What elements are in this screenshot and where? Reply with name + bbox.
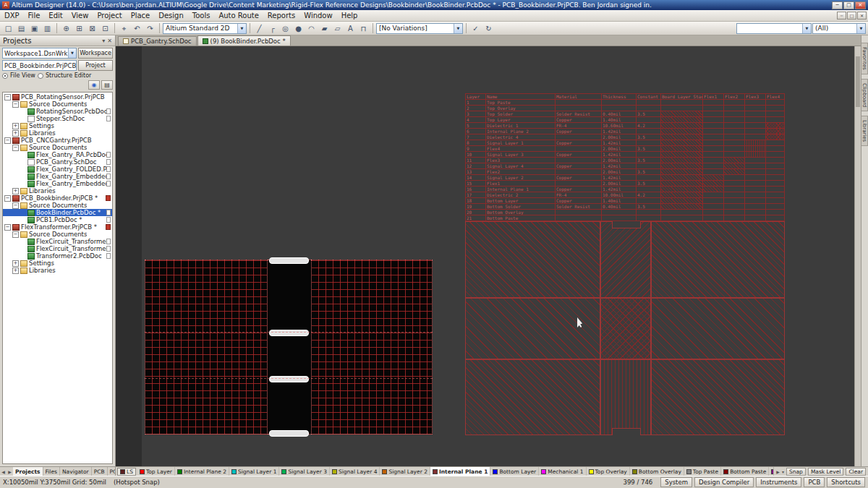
collapse-icon[interactable]: − (12, 101, 19, 108)
place-polygon-icon[interactable]: ▱ (331, 22, 344, 34)
expand-icon[interactable]: + (12, 260, 19, 267)
tree-item[interactable]: Stepper.SchDoc (3, 115, 112, 122)
menu-project[interactable]: Project (93, 10, 126, 21)
layer-tab-internal-plane-2[interactable]: Internal Plane 2 (175, 467, 229, 476)
view-configuration-select[interactable]: Altium Standard 2D▼ (163, 23, 247, 34)
shortcuts-button[interactable]: Shortcuts (827, 477, 865, 487)
layer-tab-bottom-layer[interactable]: Bottom Layer (490, 467, 539, 476)
variations-select[interactable]: [No Variations]▼ (376, 23, 463, 34)
tree-item[interactable]: Flex_Gantry_EmbeddedBoardA (3, 173, 112, 180)
layer-menu-icon[interactable]: ▾ (782, 469, 784, 474)
panel-tab-pcb[interactable]: PCB (92, 467, 108, 476)
instruments-button[interactable]: Instruments (756, 477, 801, 487)
menu-design[interactable]: Design (154, 10, 188, 21)
tree-item[interactable]: −PCB_Bookbinder.PrjPCB * (3, 194, 112, 202)
navigator-icon[interactable]: ◉ (88, 80, 100, 90)
menu-auto-route[interactable]: Auto Route (214, 10, 263, 21)
tree-item[interactable]: Flex_Gantry_FOLDED.PcbDoc (3, 166, 112, 173)
mask-level-button[interactable]: Mask Level (808, 468, 844, 476)
maximize-button[interactable]: □ (843, 1, 854, 9)
expand-icon[interactable]: + (12, 267, 19, 274)
print-icon[interactable]: ▥ (41, 22, 54, 34)
scrollbar-thumb[interactable] (856, 56, 860, 107)
panel-tab-files[interactable]: Files (43, 467, 60, 476)
layer-tab-signal-layer-4[interactable]: Signal Layer 4 (330, 467, 380, 476)
layer-tab-bottom-overlay[interactable]: Bottom Overlay (630, 467, 684, 476)
menu-edit[interactable]: Edit (44, 10, 67, 21)
chevron-down-icon[interactable]: ▼ (454, 24, 462, 33)
pcb-button[interactable]: PCB (804, 477, 825, 487)
collapse-icon[interactable]: − (4, 94, 11, 100)
menu-view[interactable]: View (67, 10, 93, 21)
tree-item[interactable]: +Libraries (3, 267, 112, 274)
document-tab[interactable]: PCB_Gantry.SchDoc (118, 36, 197, 46)
chevron-down-icon[interactable]: ▼ (856, 24, 865, 33)
collapse-icon[interactable]: − (4, 137, 11, 144)
tree-item[interactable]: −Source Documents (3, 202, 112, 209)
tree-item[interactable]: −Source Documents (3, 100, 112, 108)
validate-icon[interactable]: ✓ (469, 22, 482, 34)
place-fill-icon[interactable]: ▰ (318, 22, 331, 34)
tree-item[interactable]: −Source Documents (3, 144, 112, 151)
clear-button[interactable]: Clear (846, 468, 866, 476)
layer-tab-internal-plane-1[interactable]: Internal Plane 1 (430, 467, 490, 476)
tree-item[interactable]: +Settings (3, 122, 112, 129)
redo-icon[interactable]: ↷ (144, 22, 156, 34)
mdi-minimize-button[interactable]: ─ (837, 12, 846, 20)
layer-tab-signal-layer-1[interactable]: Signal Layer 1 (229, 467, 280, 476)
workspace-button[interactable]: Workspace (78, 48, 113, 59)
panel-tab-navigator[interactable]: Navigator (60, 467, 92, 476)
layer-tab-bottom-paste[interactable]: Bottom Paste (721, 467, 769, 476)
side-tab-libraries[interactable]: Libraries (861, 116, 868, 146)
tree-item[interactable]: +Libraries (3, 129, 112, 137)
close-button[interactable]: ✕ (855, 1, 866, 9)
collapse-icon[interactable]: − (4, 195, 11, 202)
expand-icon[interactable]: + (12, 130, 19, 137)
layer-tab-mechanical-1[interactable]: Mechanical 1 (539, 467, 586, 476)
tab-scroll-right-icon[interactable]: ▶ (7, 469, 13, 474)
tree-item[interactable]: FlexCircuit_Transformer (2).Pcb (3, 238, 112, 245)
tree-item[interactable]: PCB1.PcbDoc * (3, 216, 112, 223)
place-string-icon[interactable]: A (344, 22, 357, 34)
layer-set-selector[interactable]: LS (117, 468, 136, 476)
layer-tab-top-paste[interactable]: Top Paste (684, 467, 721, 476)
place-via-icon[interactable]: ◎ (279, 22, 292, 34)
collapse-icon[interactable]: − (12, 145, 19, 151)
mdi-close-button[interactable]: ✕ (857, 12, 867, 20)
tree-item[interactable]: BookBinder.PcbDoc * (3, 209, 112, 216)
zoom-window-icon[interactable]: ⊞ (73, 22, 85, 34)
project-select[interactable]: PCB_Bookbinder.PrjPCB (2, 60, 77, 71)
collapse-icon[interactable]: − (12, 202, 19, 209)
open-document-icon[interactable]: ▤ (15, 22, 27, 34)
chevron-down-icon[interactable]: ▾ (102, 38, 105, 44)
layer-scroll-right-icon[interactable]: ▶ (776, 469, 780, 474)
structure-editor-radio[interactable] (38, 73, 43, 79)
tree-item[interactable]: PCB_Gantry.SchDoc (3, 158, 112, 166)
system-button[interactable]: System (660, 477, 692, 487)
zoom-in-icon[interactable]: ⊕ (60, 22, 72, 34)
place-track-icon[interactable]: ┌ (266, 22, 278, 34)
tree-item[interactable]: −FlexTransformer.PrjPCB * (3, 223, 112, 231)
workspace-select[interactable]: Workspace1.DsnWrk ▼ (2, 48, 77, 59)
layer-tab-top-layer[interactable]: Top Layer (137, 467, 175, 476)
tree-item[interactable]: +Settings (3, 260, 112, 267)
zoom-fit-icon[interactable]: ⊠ (86, 22, 98, 34)
close-panel-icon[interactable]: ✕ (107, 38, 112, 44)
collapse-icon[interactable]: − (12, 231, 19, 238)
menu-window[interactable]: Window (299, 10, 336, 21)
open-folder-icon[interactable]: ▤ (101, 80, 113, 90)
design-compiler-button[interactable]: Design Compiler (694, 477, 754, 487)
project-button[interactable]: Project (78, 60, 113, 71)
mdi-restore-button[interactable]: □ (847, 12, 856, 20)
tree-item[interactable]: Flex_Gantry_EmbeddedBoardA (3, 180, 112, 187)
filter-expression-select[interactable]: ▼ (736, 23, 812, 34)
panel-tab-projects[interactable]: Projects (13, 467, 43, 476)
vertical-scrollbar[interactable] (854, 46, 861, 466)
cross-probe-icon[interactable]: ⌖ (118, 22, 130, 34)
tree-item[interactable]: Flex_Gantry_RA.PcbDoc (3, 151, 112, 158)
snap-button[interactable]: Snap (786, 468, 806, 476)
tree-item[interactable]: RotatingSensor.PcbDoc (3, 108, 112, 115)
tree-item[interactable]: −PCB_CNCGantry.PrjPCB (3, 137, 112, 144)
tree-item[interactable]: −Source Documents (3, 231, 112, 238)
expand-icon[interactable]: + (12, 188, 19, 194)
